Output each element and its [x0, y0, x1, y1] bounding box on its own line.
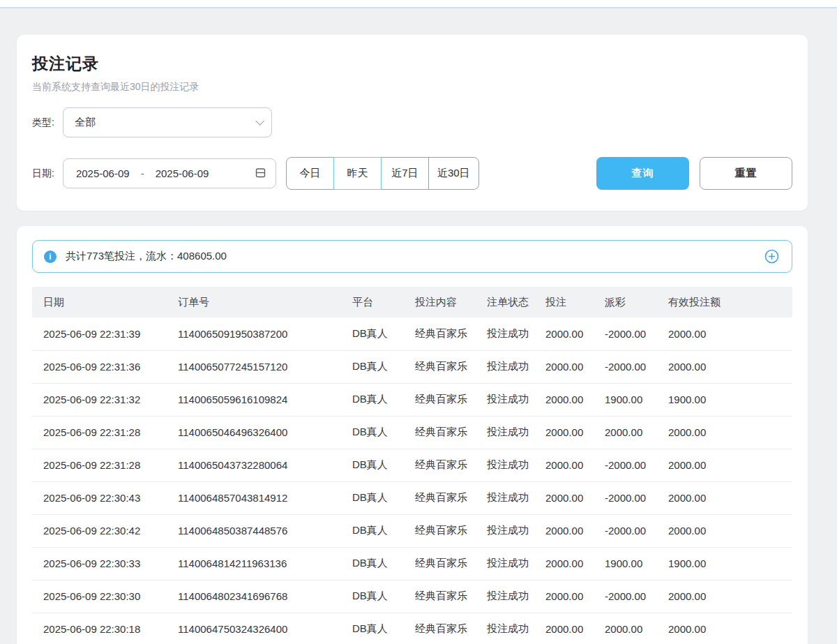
cell-status: 投注成功	[476, 580, 534, 613]
date-end-value: 2025-06-09	[156, 167, 209, 179]
cell-status: 投注成功	[476, 613, 534, 644]
cell-content: 经典百家乐	[404, 449, 476, 481]
cell-bet: 2000.00	[534, 547, 594, 580]
cell-date: 2025-06-09 22:30:43	[32, 481, 167, 514]
cell-bet: 2000.00	[534, 481, 594, 514]
cell-date: 2025-06-09 22:30:18	[32, 613, 167, 644]
cell-platform: DB真人	[341, 350, 404, 383]
column-header: 订单号	[167, 287, 341, 317]
cell-order: 1140065043732280064	[167, 449, 341, 481]
cell-platform: DB真人	[341, 514, 404, 547]
table-row: 2025-06-09 22:30:431140064857043814912DB…	[32, 481, 792, 514]
table-row: 2025-06-09 22:30:421140064850387448576DB…	[32, 514, 792, 547]
table-row: 2025-06-09 22:31:281140065046496326400DB…	[32, 416, 792, 449]
cell-date: 2025-06-09 22:31:39	[32, 317, 167, 350]
cell-platform: DB真人	[341, 613, 404, 644]
column-header: 投注	[534, 287, 594, 317]
info-icon: i	[44, 250, 56, 263]
cell-bet: 2000.00	[534, 580, 594, 613]
cell-bet: 2000.00	[534, 383, 594, 416]
cell-bet: 2000.00	[534, 613, 594, 644]
cell-status: 投注成功	[476, 481, 534, 514]
cell-bet: 2000.00	[534, 514, 594, 547]
date-label: 日期:	[32, 167, 54, 180]
column-header: 注单状态	[476, 287, 534, 317]
cell-valid: 1900.00	[657, 383, 792, 416]
reset-button[interactable]: 重置	[700, 157, 792, 190]
page-subtitle: 当前系统支持查询最近30日的投注记录	[32, 81, 792, 93]
cell-payout: -2000.00	[594, 514, 657, 547]
quick-date-button-1[interactable]: 昨天	[333, 157, 382, 190]
column-header: 日期	[32, 287, 167, 317]
cell-content: 经典百家乐	[404, 481, 476, 514]
cell-status: 投注成功	[476, 350, 534, 383]
column-header: 派彩	[594, 287, 657, 317]
quick-date-button-2[interactable]: 近7日	[381, 157, 429, 190]
date-start-value: 2025-06-09	[76, 167, 130, 179]
table-row: 2025-06-09 22:30:331140064814211963136DB…	[32, 547, 792, 580]
type-label: 类型:	[32, 117, 54, 129]
cell-payout: 2000.00	[594, 416, 657, 449]
cell-order: 1140065046496326400	[167, 416, 341, 449]
cell-payout: -2000.00	[594, 580, 657, 613]
cell-order: 1140064814211963136	[167, 547, 341, 580]
cell-order: 1140065091950387200	[167, 317, 341, 350]
type-filter-row: 类型: 全部	[32, 107, 792, 137]
bet-records-table: 日期订单号平台投注内容注单状态投注派彩有效投注额 2025-06-09 22:3…	[32, 287, 792, 644]
cell-platform: DB真人	[341, 449, 404, 481]
cell-date: 2025-06-09 22:30:33	[32, 547, 167, 580]
cell-date: 2025-06-09 22:31:28	[32, 416, 167, 449]
cell-date: 2025-06-09 22:30:42	[32, 514, 167, 547]
table-row: 2025-06-09 22:31:281140065043732280064DB…	[32, 449, 792, 481]
cell-content: 经典百家乐	[404, 547, 476, 580]
cell-status: 投注成功	[476, 383, 534, 416]
cell-bet: 2000.00	[534, 350, 594, 383]
date-separator: -	[141, 167, 144, 179]
cell-status: 投注成功	[476, 449, 534, 481]
cell-platform: DB真人	[341, 481, 404, 514]
date-range-input[interactable]: 2025-06-09 - 2025-06-09	[63, 158, 276, 188]
plus-circle-icon[interactable]	[764, 249, 779, 264]
cell-valid: 2000.00	[657, 580, 792, 613]
cell-status: 投注成功	[476, 317, 534, 350]
cell-valid: 2000.00	[657, 449, 792, 481]
column-header: 投注内容	[404, 287, 476, 317]
cell-payout: 2000.00	[594, 613, 657, 644]
cell-date: 2025-06-09 22:31:36	[32, 350, 167, 383]
type-select[interactable]: 全部	[63, 107, 272, 137]
page-title: 投注记录	[32, 53, 792, 75]
cell-valid: 2000.00	[657, 613, 792, 644]
summary-bar: i 共计773笔投注，流水：408605.00	[32, 240, 792, 273]
cell-platform: DB真人	[341, 580, 404, 613]
column-header: 有效投注额	[657, 287, 792, 317]
cell-status: 投注成功	[476, 514, 534, 547]
cell-platform: DB真人	[341, 547, 404, 580]
table-row: 2025-06-09 22:30:181140064750324326400DB…	[32, 613, 792, 644]
cell-bet: 2000.00	[534, 317, 594, 350]
column-header: 平台	[341, 287, 404, 317]
cell-payout: 1900.00	[594, 547, 657, 580]
cell-status: 投注成功	[476, 547, 534, 580]
query-button[interactable]: 查询	[596, 157, 689, 190]
quick-date-button-0[interactable]: 今日	[286, 157, 334, 190]
cell-bet: 2000.00	[534, 416, 594, 449]
cell-platform: DB真人	[341, 317, 404, 350]
cell-content: 经典百家乐	[404, 416, 476, 449]
summary-text: 共计773笔投注，流水：408605.00	[66, 250, 227, 263]
cell-payout: -2000.00	[594, 317, 657, 350]
chevron-down-icon	[255, 117, 264, 126]
quick-date-button-3[interactable]: 近30日	[428, 157, 479, 190]
cell-order: 1140064750324326400	[167, 613, 341, 644]
cell-order: 1140065059616109824	[167, 383, 341, 416]
quick-date-button-group: 今日昨天近7日近30日	[286, 157, 479, 190]
cell-payout: -2000.00	[594, 481, 657, 514]
results-card: i 共计773笔投注，流水：408605.00 日期订单号平台投注内容注单状态投…	[17, 226, 808, 644]
type-select-value: 全部	[75, 116, 96, 129]
cell-platform: DB真人	[341, 383, 404, 416]
cell-order: 1140064850387448576	[167, 514, 341, 547]
cell-valid: 2000.00	[657, 350, 792, 383]
table-row: 2025-06-09 22:31:361140065077245157120DB…	[32, 350, 792, 383]
cell-valid: 2000.00	[657, 317, 792, 350]
table-row: 2025-06-09 22:31:391140065091950387200DB…	[32, 317, 792, 350]
cell-content: 经典百家乐	[404, 317, 476, 350]
